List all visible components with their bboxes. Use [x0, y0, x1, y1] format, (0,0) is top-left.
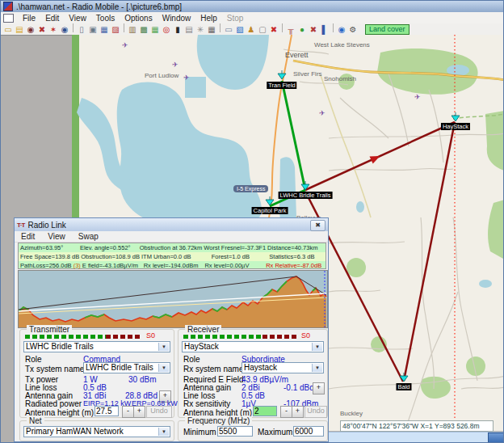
radio-link-icon[interactable]: ╥: [285, 25, 296, 35]
rx-undo-button: Undo: [304, 406, 327, 418]
tx-height-decrease-button[interactable]: -: [122, 406, 134, 418]
options-icon[interactable]: ⚙: [347, 25, 359, 35]
grid-delete-icon[interactable]: ✖: [36, 25, 48, 35]
target-icon[interactable]: ◎: [161, 25, 172, 35]
info-row-1: Azimuth=63.95° Elev. angle=0.552° Obstru…: [19, 243, 326, 252]
delete-icon[interactable]: ✖: [268, 25, 279, 35]
tx-system-select[interactable]: LWHC Bridle Trails▼: [83, 362, 170, 373]
pattern-icon[interactable]: ✳: [195, 25, 206, 35]
net-group: Net Primary HamWAN Network▼: [19, 420, 174, 441]
city-label: Everett: [285, 51, 309, 59]
site-label-haystack[interactable]: HayStack: [441, 123, 470, 130]
chevron-down-icon[interactable]: ▼: [158, 343, 169, 351]
visibility-icon[interactable]: ●: [296, 25, 308, 35]
dialog-menu-bar: Edit View Swap: [15, 231, 328, 243]
link-info-panel: Azimuth=63.95° Elev. angle=0.552° Obstru…: [18, 243, 326, 269]
rx-system-select[interactable]: Haystack▼: [242, 362, 324, 373]
tx-height-increase-button[interactable]: +: [133, 406, 145, 418]
distance-value: Distance=40.73km: [266, 243, 326, 252]
rx-height-decrease-button[interactable]: -: [280, 406, 292, 418]
rx-smeter-bar-red: [262, 335, 296, 339]
unit-properties-icon[interactable]: ♟: [246, 25, 257, 35]
window-icon[interactable]: ▭: [223, 25, 234, 35]
frequency-min-input[interactable]: [217, 426, 253, 437]
chevron-down-icon[interactable]: ▼: [158, 428, 169, 436]
title-bar: .\hamwan.net - Radio Mobile - [.\picture…: [1, 1, 503, 12]
rx-antenna-pattern-button[interactable]: +: [313, 382, 325, 394]
close-icon[interactable]: ✖: [310, 220, 326, 231]
frequency-group: Frequency (MHz) Minimum Maximum: [178, 420, 328, 441]
site-label-tran-field[interactable]: Tran Field: [267, 82, 296, 89]
menu-window[interactable]: Window: [158, 14, 196, 23]
scrollbar-thumb[interactable]: [488, 432, 504, 443]
chart-icon[interactable]: ▌: [319, 25, 330, 35]
overlay-icon[interactable]: ▧: [234, 25, 246, 35]
land-cover-indicator: Land cover: [365, 24, 410, 35]
tx-radiated-label: Radiated power: [25, 399, 82, 408]
info-row-3: PathLoss=256.0dB (3) E field=-43.1dBµV/m…: [19, 261, 326, 270]
chevron-down-icon[interactable]: ▼: [312, 343, 322, 351]
tx-system-label: Tx system name: [25, 365, 84, 373]
new-page-icon[interactable]: ▯: [76, 25, 87, 35]
obstruction-at-value: Obstruction at 36.72km: [138, 243, 203, 252]
menu-edit[interactable]: Edit: [40, 14, 64, 23]
copy-picture-icon[interactable]: ▥: [127, 25, 138, 35]
new-picture-icon[interactable]: ▭: [2, 25, 14, 35]
dialog-menu-edit[interactable]: Edit: [15, 231, 41, 242]
open-picture-icon[interactable]: ▤: [14, 25, 25, 35]
rx-role-label: Role: [183, 355, 200, 364]
elevation-data-icon[interactable]: ◉: [25, 25, 36, 35]
merge-picture-icon[interactable]: ▩: [138, 25, 149, 35]
radio-link-dialog: T·T Radio Link ✖ Edit View Swap Azimuth=…: [14, 217, 329, 442]
airport-icon: ✈: [183, 74, 190, 82]
world-map-icon[interactable]: ◉: [59, 25, 70, 35]
statistics-value: Statistics=6.3 dB: [267, 252, 326, 261]
rx-site-select[interactable]: HayStack▼: [182, 341, 324, 352]
radio-link-icon: T·T: [17, 222, 24, 229]
rx-height-increase-button[interactable]: +: [292, 406, 304, 418]
net-select[interactable]: Primary HamWAN Network▼: [23, 426, 170, 437]
app-icon: [3, 2, 13, 11]
terrain-profile-chart[interactable]: [18, 270, 328, 328]
tx-height-input[interactable]: [94, 406, 119, 416]
contrast-icon[interactable]: ▮: [172, 25, 183, 35]
city-label: Buckley: [340, 410, 363, 417]
tx-smeter-bar: [25, 335, 106, 339]
rx-system-label: Rx system name: [183, 365, 243, 373]
site-label-bald[interactable]: Bald: [396, 383, 411, 390]
export-picture-icon[interactable]: ▨: [110, 25, 121, 35]
rx-height-input[interactable]: [253, 406, 277, 416]
save-picture-icon[interactable]: ▦: [99, 25, 110, 35]
cursor-position-readout: 48°00'47"N 122°57'36"W X=1 Y=893 526.8m: [340, 420, 494, 432]
photo-icon[interactable]: ▦: [149, 25, 161, 35]
menu-file[interactable]: File: [18, 14, 40, 23]
dialog-menu-swap[interactable]: Swap: [72, 231, 105, 242]
city-label: Port Ludlow: [145, 72, 178, 79]
rx-relative-value: Rx Relative=-87.0dB: [264, 261, 326, 270]
select-area-icon[interactable]: ▢: [257, 25, 268, 35]
brightness-icon[interactable]: ▤: [183, 25, 195, 35]
menu-options[interactable]: Options: [120, 14, 157, 23]
clone-page-icon[interactable]: ▣: [87, 25, 99, 35]
rx-level-dbm-value: Rx level=-194.0dBm: [142, 261, 204, 270]
airport-icon: ✈: [122, 41, 128, 49]
grid-icon[interactable]: ▦: [206, 25, 217, 35]
airport-icon: ✈: [172, 61, 178, 69]
no-coverage-icon[interactable]: ✖: [308, 25, 319, 35]
mdi-child-icon[interactable]: [3, 14, 14, 23]
chevron-down-icon[interactable]: ▼: [312, 364, 322, 372]
dialog-menu-view[interactable]: View: [41, 231, 72, 242]
menu-tools[interactable]: Tools: [91, 14, 120, 23]
frequency-max-input[interactable]: [293, 426, 324, 437]
menu-help[interactable]: Help: [195, 14, 222, 23]
net-group-title: Net: [27, 416, 44, 425]
menu-view[interactable]: View: [64, 14, 91, 23]
site-label-lwhc-bridle-trails[interactable]: LWHC Bridle Trails: [279, 192, 333, 199]
dialog-title: Radio Link: [27, 221, 65, 230]
tx-site-select[interactable]: LWHC Bridle Trails▼: [23, 341, 170, 352]
internet-icon[interactable]: ◉: [336, 25, 347, 35]
elev-angle-value: Elev. angle=0.552°: [78, 243, 138, 252]
antenna-tool-icon[interactable]: ✶: [48, 25, 59, 35]
chevron-down-icon[interactable]: ▼: [158, 364, 169, 372]
site-label-capitol-park[interactable]: Capitol Park: [252, 207, 288, 214]
